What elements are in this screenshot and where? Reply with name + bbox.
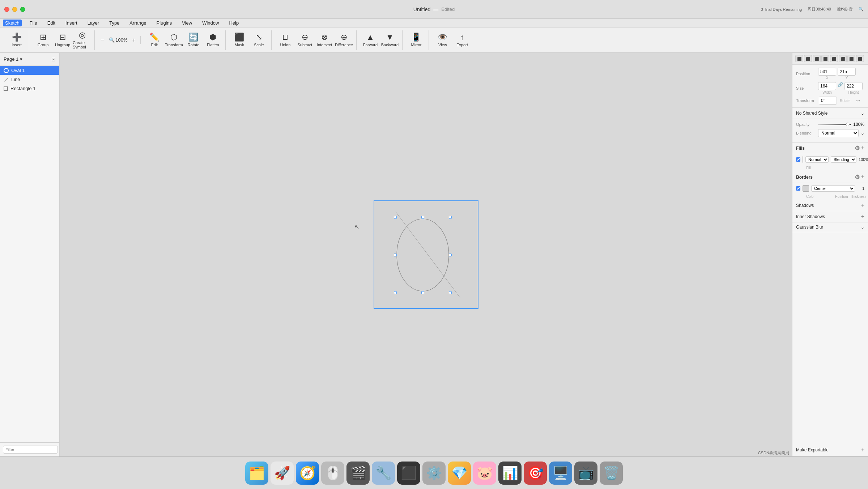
mask-button[interactable]: ⬛ Mask xyxy=(230,30,249,50)
dock-screens[interactable]: 🖥️ xyxy=(549,462,572,485)
make-exportable-section[interactable]: Make Exportable + xyxy=(792,444,868,456)
dock-mouse[interactable]: 🖱️ xyxy=(321,462,344,485)
fills-add-button[interactable]: + xyxy=(861,145,864,152)
align-bottom-button[interactable]: ⬛ xyxy=(839,55,847,62)
blending-select[interactable]: Normal xyxy=(818,129,859,137)
handle-bot-right[interactable] xyxy=(449,291,452,294)
align-left-button[interactable]: ⬛ xyxy=(795,55,803,62)
scale-button[interactable]: ⤡ Scale xyxy=(250,30,268,50)
menu-view[interactable]: View xyxy=(180,20,194,26)
layer-item-oval[interactable]: Oval 1 xyxy=(0,66,59,75)
align-center-h-button[interactable]: ⬛ xyxy=(804,55,812,62)
borders-add-button[interactable]: + xyxy=(861,174,864,180)
subtract-button[interactable]: ⊖ Subtract xyxy=(295,30,314,50)
mirror-button[interactable]: 📱 Mirror xyxy=(407,30,426,50)
menu-plugins[interactable]: Plugins xyxy=(154,20,174,26)
border-enabled-checkbox[interactable] xyxy=(796,186,800,191)
handle-top-left[interactable] xyxy=(394,216,397,219)
menu-window[interactable]: Window xyxy=(200,20,221,26)
minimize-button[interactable] xyxy=(12,7,17,12)
menu-insert[interactable]: Insert xyxy=(63,20,80,26)
create-symbol-button[interactable]: ◎ Create Symbol xyxy=(73,30,92,50)
dock-terminal[interactable]: ⬛ xyxy=(397,462,420,485)
fill-blending-select[interactable]: Blending xyxy=(831,156,856,163)
align-right-button[interactable]: ⬛ xyxy=(813,55,821,62)
backward-button[interactable]: ▼ Backward xyxy=(380,30,399,50)
ungroup-button[interactable]: ⊟ Ungroup xyxy=(53,30,72,50)
view-button[interactable]: 👁️ View xyxy=(433,30,452,50)
fills-settings-icon[interactable]: ⚙ xyxy=(855,145,860,152)
page-selector[interactable]: Page 1 ▾ xyxy=(4,56,22,62)
difference-button[interactable]: ⊕ Difference xyxy=(335,30,353,50)
maximize-button[interactable] xyxy=(20,7,25,12)
rotate-input[interactable] xyxy=(819,97,837,105)
dock-finder[interactable]: 🗂️ xyxy=(245,462,268,485)
dock-peppa[interactable]: 🐷 xyxy=(473,462,496,485)
handle-bot-left[interactable] xyxy=(394,291,397,294)
handle-mid-left[interactable] xyxy=(394,254,397,256)
border-color-swatch[interactable] xyxy=(803,185,809,192)
menu-edit[interactable]: Edit xyxy=(45,20,58,26)
dock-istat[interactable]: 📊 xyxy=(498,462,522,485)
fill-enabled-checkbox[interactable] xyxy=(796,157,800,162)
zoom-in-button[interactable]: + xyxy=(131,36,137,44)
height-input[interactable] xyxy=(844,82,863,90)
shared-style-select[interactable]: No Shared Style xyxy=(796,111,827,116)
borders-settings-icon[interactable]: ⚙ xyxy=(855,174,860,180)
dock-focus[interactable]: 🎯 xyxy=(524,462,547,485)
width-input[interactable] xyxy=(818,82,836,90)
dock-launchpad[interactable]: 🚀 xyxy=(271,462,294,485)
shared-style-chevron[interactable]: ⌄ xyxy=(861,111,864,116)
shadows-add-button[interactable]: + xyxy=(861,202,864,209)
canvas-area[interactable]: ↖ CSDN@清风简局 xyxy=(60,53,792,456)
layer-item-line[interactable]: Line xyxy=(0,75,59,84)
close-button[interactable] xyxy=(4,7,9,12)
edit-button[interactable]: ✏️ Edit xyxy=(145,30,164,50)
rotate-button[interactable]: 🔄 Rotate xyxy=(184,30,203,50)
dock-sysprefs[interactable]: ⚙️ xyxy=(422,462,446,485)
fill-type-select[interactable]: Normal xyxy=(805,156,829,163)
flatten-button[interactable]: ⬢ Flatten xyxy=(204,30,222,50)
distribute-v-button[interactable]: ⬛ xyxy=(856,55,864,62)
sidebar-collapse-button[interactable]: ⊡ xyxy=(51,56,56,62)
lock-icon[interactable]: 🔗 xyxy=(838,82,843,94)
handle-top-center[interactable] xyxy=(421,216,424,219)
intersect-button[interactable]: ⊗ Intersect xyxy=(315,30,334,50)
border-position-select[interactable]: Center xyxy=(811,185,855,192)
dock-xcode[interactable]: 🔧 xyxy=(372,462,395,485)
distribute-h-button[interactable]: ⬛ xyxy=(847,55,855,62)
menu-layer[interactable]: Layer xyxy=(85,20,102,26)
handle-top-right[interactable] xyxy=(449,216,452,219)
group-button[interactable]: ⊞ Group xyxy=(34,30,52,50)
union-button[interactable]: ⊔ Union xyxy=(276,30,295,50)
y-input[interactable] xyxy=(838,68,856,76)
export-button[interactable]: ↑ Export xyxy=(453,30,472,50)
dock-sketch[interactable]: 💎 xyxy=(448,462,471,485)
handle-mid-right[interactable] xyxy=(449,254,452,256)
zoom-out-button[interactable]: − xyxy=(99,36,106,44)
gaussian-blur-section[interactable]: Gaussian Blur ⌄ xyxy=(792,222,868,232)
fill-color-swatch[interactable] xyxy=(803,156,803,163)
inner-shadows-section[interactable]: Inner Shadows + xyxy=(792,211,868,222)
menu-arrange[interactable]: Arrange xyxy=(127,20,148,26)
flip-v-button[interactable]: ↕ xyxy=(865,97,868,105)
insert-button[interactable]: ➕ Insert xyxy=(7,30,26,50)
align-center-v-button[interactable]: ⬛ xyxy=(830,55,838,62)
dock-trash[interactable]: 🗑️ xyxy=(600,462,623,485)
align-top-button[interactable]: ⬛ xyxy=(821,55,829,62)
handle-bot-center[interactable] xyxy=(421,291,424,294)
menu-help[interactable]: Help xyxy=(227,20,241,26)
flip-h-button[interactable]: ↔ xyxy=(853,97,863,105)
inner-shadows-add-button[interactable]: + xyxy=(861,213,864,220)
menu-type[interactable]: Type xyxy=(107,20,122,26)
x-input[interactable] xyxy=(818,68,836,76)
search-icon[interactable]: 🔍 xyxy=(859,7,864,12)
forward-button[interactable]: ▲ Forward xyxy=(361,30,380,50)
menu-sketch[interactable]: Sketch xyxy=(3,20,22,26)
shadows-section[interactable]: Shadows + xyxy=(792,200,868,211)
menu-file[interactable]: File xyxy=(27,20,39,26)
filter-input[interactable] xyxy=(3,446,58,454)
dock-photobooth[interactable]: 🎬 xyxy=(346,462,370,485)
make-exportable-add-button[interactable]: + xyxy=(861,447,864,453)
opacity-slider[interactable] xyxy=(818,124,851,125)
